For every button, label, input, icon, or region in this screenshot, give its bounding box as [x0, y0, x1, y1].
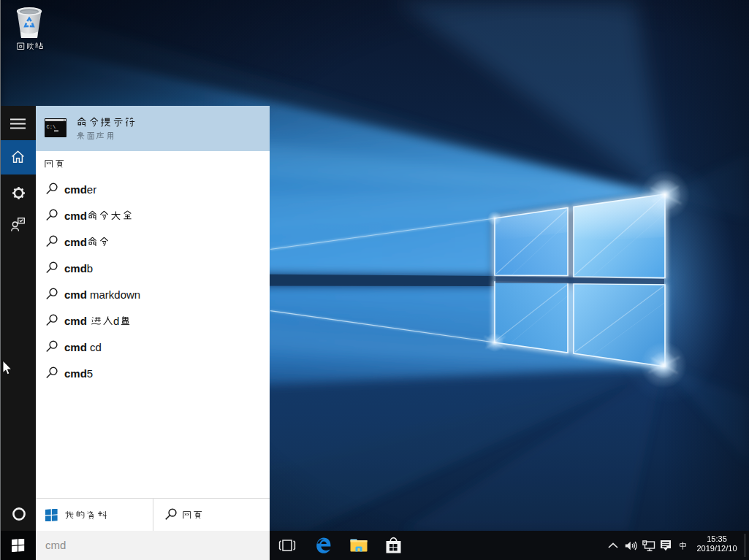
svg-text:C:\: C:\	[47, 124, 56, 130]
